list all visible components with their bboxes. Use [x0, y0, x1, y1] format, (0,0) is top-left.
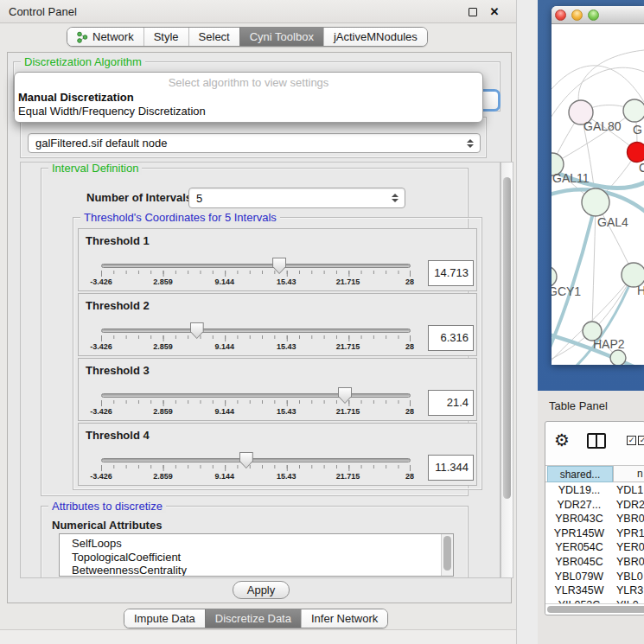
- tab-discretize-data-label: Discretize Data: [215, 612, 291, 625]
- numerical-attributes-label: Numerical Attributes: [52, 519, 162, 532]
- table-row[interactable]: YDR27...YDR2: [545, 498, 644, 513]
- threshold-2-panel: Threshold 2 -3.4262.8599.14415.4321.7152…: [78, 293, 477, 356]
- slider-major-ticks: [101, 271, 411, 277]
- slider-tick-label: 9.144: [215, 472, 235, 481]
- cell-name[interactable]: YDL1: [613, 483, 643, 498]
- tab-network[interactable]: Network: [67, 28, 143, 46]
- slider-tick-label: 21.715: [336, 277, 360, 286]
- attribute-list-item[interactable]: TopologicalCoefficient: [60, 551, 453, 564]
- cell-shared-name[interactable]: YBL079W: [545, 570, 613, 584]
- tab-infer-network[interactable]: Infer Network: [301, 609, 387, 628]
- table-data-group: Table Data galFiltered.sif default node: [20, 117, 487, 158]
- table-row[interactable]: YBR043CYBR0: [545, 512, 644, 526]
- settings-scrollbar[interactable]: [501, 162, 513, 578]
- tab-impute-data[interactable]: Impute Data: [124, 609, 205, 628]
- table-header-row: shared... n: [545, 465, 644, 482]
- traffic-light-minimize[interactable]: [571, 10, 583, 21]
- cell-name[interactable]: YLR3: [613, 583, 643, 598]
- table-row[interactable]: YBR045CYBR0: [545, 555, 644, 570]
- scrollbar-thumb[interactable]: [503, 177, 511, 499]
- network-canvas[interactable]: GAL80 G C GAL11 GAL4 GCY1 H HAP2: [552, 24, 644, 365]
- node-gal4[interactable]: [582, 188, 609, 216]
- attribute-list-item[interactable]: BetweennessCentrality: [60, 564, 453, 577]
- traffic-light-close[interactable]: [555, 10, 566, 21]
- network-window[interactable]: GAL80 G C GAL11 GAL4 GCY1 H HAP2: [552, 6, 644, 365]
- threshold-2-slider-track[interactable]: [101, 328, 411, 333]
- checkbox-icon[interactable]: ✓: [627, 436, 636, 445]
- node-label: H: [637, 284, 644, 297]
- spinner-arrows-icon: [392, 194, 399, 202]
- spinner-arrows-icon: [467, 139, 474, 148]
- tab-style-label: Style: [154, 30, 179, 43]
- tab-discretize-data[interactable]: Discretize Data: [205, 609, 301, 628]
- attribute-list-item[interactable]: SelfLoops: [60, 537, 453, 551]
- number-of-intervals-combobox[interactable]: 5: [188, 188, 405, 208]
- cell-shared-name[interactable]: YPR145W: [545, 526, 613, 541]
- threshold-4-value-field[interactable]: 11.344: [428, 455, 474, 481]
- cell-shared-name[interactable]: YBR043C: [545, 512, 613, 526]
- bottom-tab-bar: Impute Data Discretize Data Infer Networ…: [124, 609, 388, 628]
- cell-name[interactable]: YBR0: [613, 512, 644, 526]
- group-title: Threshold's Coordinates for 5 Intervals: [80, 211, 280, 224]
- table-data-combobox[interactable]: galFiltered.sif default node: [28, 133, 481, 153]
- cell-name[interactable]: YBL0: [613, 570, 643, 584]
- table-row[interactable]: YPR145WYPR1: [545, 526, 644, 541]
- cell-name[interactable]: YBR0: [613, 555, 644, 570]
- node-label: GCY1: [552, 284, 581, 298]
- dropdown-option-equal-width-frequency[interactable]: Equal Width/Frequency Discretization: [17, 105, 481, 118]
- slider-tick-label: 15.43: [277, 472, 296, 481]
- threshold-3-value-field[interactable]: 21.4: [428, 390, 474, 416]
- cell-shared-name[interactable]: YDR27...: [545, 498, 613, 513]
- tab-cyni-toolbox[interactable]: Cyni Toolbox: [239, 28, 323, 46]
- cell-name[interactable]: YPR1: [613, 526, 644, 541]
- node-red-selected[interactable]: [628, 143, 644, 163]
- float-icon[interactable]: [467, 6, 479, 18]
- node-partial[interactable]: [610, 350, 626, 365]
- attributes-list-scrollbar[interactable]: [441, 534, 453, 576]
- cell-shared-name[interactable]: YBR045C: [545, 555, 613, 570]
- cell-shared-name[interactable]: YLR345W: [545, 583, 613, 598]
- group-title: Attributes to discretize: [48, 500, 166, 513]
- node-g[interactable]: [623, 99, 644, 122]
- threshold-3-slider-track[interactable]: [101, 393, 411, 398]
- threshold-4-label: Threshold 4: [86, 429, 150, 442]
- app-root: Control Panel ✕ Network Style Select Cyn…: [0, 0, 644, 644]
- tab-cyni-toolbox-label: Cyni Toolbox: [250, 30, 314, 43]
- tab-select[interactable]: Select: [188, 28, 239, 46]
- threshold-1-slider-track[interactable]: [101, 264, 411, 268]
- threshold-4-slider-track[interactable]: [101, 458, 411, 462]
- threshold-2-value-field[interactable]: 6.316: [428, 325, 474, 351]
- traffic-light-zoom[interactable]: [588, 10, 599, 21]
- tab-infer-network-label: Infer Network: [311, 612, 378, 625]
- column-header-name[interactable]: n: [613, 466, 644, 482]
- tab-select-label: Select: [199, 30, 230, 43]
- scrollbar-thumb[interactable]: [547, 606, 644, 613]
- apply-button[interactable]: Apply: [233, 581, 290, 599]
- slider-tick-label: -3.426: [90, 472, 112, 481]
- slider-tick-label: 15.43: [277, 277, 296, 286]
- cell-shared-name[interactable]: YDL19...: [545, 483, 613, 498]
- network-view-frame: GAL80 G C GAL11 GAL4 GCY1 H HAP2: [538, 0, 644, 391]
- threshold-1-value-field[interactable]: 14.713: [428, 260, 474, 286]
- tab-style[interactable]: Style: [143, 28, 188, 46]
- gear-icon[interactable]: ⚙: [554, 431, 570, 449]
- split-view-icon[interactable]: [587, 433, 606, 449]
- table-row[interactable]: YER054CYER0: [545, 540, 644, 555]
- scrollbar-thumb[interactable]: [443, 536, 451, 571]
- cell-shared-name[interactable]: YER054C: [545, 540, 613, 555]
- cell-name[interactable]: YER0: [613, 540, 644, 555]
- table-horizontal-scrollbar[interactable]: [545, 603, 644, 614]
- thresholds-coordinates-group: Threshold's Coordinates for 5 Intervals …: [73, 217, 482, 490]
- table-row[interactable]: YDL19...YDL1: [545, 483, 644, 498]
- table-row[interactable]: YLR345WYLR3: [545, 583, 644, 598]
- network-window-titlebar[interactable]: [552, 6, 644, 24]
- column-header-shared-name[interactable]: shared...: [547, 466, 613, 482]
- tab-jactivemnodules[interactable]: jActiveMNodules: [323, 28, 427, 46]
- checkbox-icon[interactable]: ✓: [638, 436, 644, 445]
- threshold-1-panel: Threshold 1 -3.4262.8599.14415.4321.7152…: [78, 228, 477, 291]
- close-icon[interactable]: ✕: [488, 6, 501, 18]
- tab-network-label: Network: [92, 30, 134, 43]
- table-row[interactable]: YBL079WYBL0: [545, 570, 644, 584]
- cell-name[interactable]: YDR2: [613, 498, 644, 513]
- dropdown-option-manual-discretization[interactable]: Manual Discretization: [17, 91, 481, 104]
